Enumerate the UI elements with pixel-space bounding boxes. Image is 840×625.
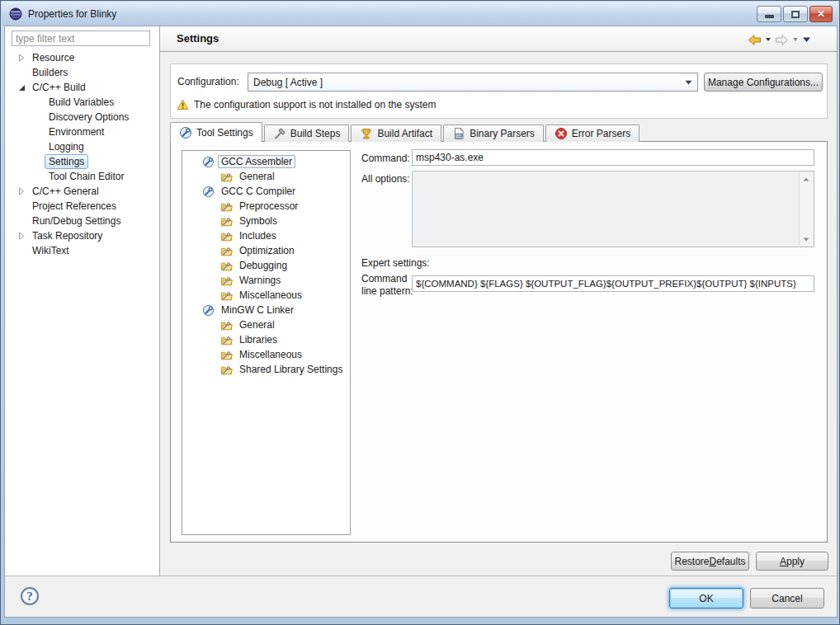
filter-input[interactable]: [12, 31, 150, 46]
tool-tree-item-mingw-c-linker[interactable]: MinGW C Linker: [182, 303, 350, 317]
back-arrow-icon: [748, 34, 762, 46]
all-options-textarea[interactable]: [412, 171, 814, 247]
tab-build-artifact[interactable]: 010 Build Artifact: [351, 125, 441, 142]
command-input[interactable]: [412, 149, 814, 166]
view-menu-button[interactable]: [802, 32, 811, 47]
manage-configurations-button[interactable]: Manage Configurations...: [704, 73, 823, 92]
tab-label: Error Parsers: [572, 128, 630, 139]
trophy-icon: [360, 127, 373, 140]
titlebar[interactable]: Properties for Blinky: [2, 2, 838, 26]
tree-expander-icon[interactable]: [15, 82, 28, 93]
back-button[interactable]: [748, 32, 762, 47]
command-line-pattern-input[interactable]: [412, 275, 814, 292]
sidebar-item-logging[interactable]: Logging: [5, 139, 158, 154]
sidebar-item-label: Environment: [45, 125, 108, 139]
scroll-down-button[interactable]: [800, 233, 813, 246]
tool-tree-item-label: GCC Assembler: [218, 155, 295, 168]
sidebar-item-label: Logging: [45, 139, 88, 154]
tool-tree-item-gcc-c-compiler[interactable]: GCC C Compiler: [182, 184, 350, 199]
cancel-button[interactable]: Cancel: [750, 588, 824, 609]
tool-tree-item-label: Warnings: [236, 274, 284, 287]
forward-button[interactable]: [775, 32, 789, 47]
sidebar-item-run-debug-settings[interactable]: Run/Debug Settings: [5, 214, 158, 228]
wrench-tool-icon: [202, 186, 215, 198]
tab-binary-parsers[interactable]: 010 Binary Parsers: [443, 125, 544, 142]
tool-settings-tree: GCC Assembler General: [182, 150, 351, 535]
tree-expander-icon[interactable]: [15, 215, 28, 227]
tool-tree-item-debugging[interactable]: Debugging: [182, 258, 350, 273]
sidebar-item-discovery-options[interactable]: Discovery Options: [5, 110, 158, 125]
sidebar-item-c-c-build[interactable]: C/C++ Build: [5, 80, 158, 95]
back-menu-button[interactable]: [765, 32, 772, 47]
sidebar-item-environment[interactable]: Environment: [5, 125, 158, 139]
close-button[interactable]: ✕: [809, 6, 833, 22]
expert-settings-label: Expert settings:: [361, 257, 430, 269]
tool-tree-item-general[interactable]: General: [182, 169, 350, 184]
apply-button[interactable]: Apply: [756, 552, 828, 571]
tool-tree-item-label: Includes: [236, 229, 280, 242]
error-icon: [554, 127, 568, 140]
tool-tree-item-preprocessor[interactable]: Preprocessor: [182, 199, 350, 214]
help-button[interactable]: ?: [21, 587, 39, 605]
category-folder-icon: [220, 364, 233, 376]
tab-tool-settings[interactable]: 010 Tool Settings: [170, 122, 262, 142]
sidebar-item-label: C/C++ General: [28, 184, 103, 199]
restore-defaults-button[interactable]: Restore Defaults: [671, 552, 749, 571]
tool-tree-item-optimization[interactable]: Optimization: [182, 243, 350, 258]
tree-expander-icon[interactable]: [15, 186, 28, 197]
page-title: Settings: [177, 32, 219, 45]
tab-label: Build Steps: [290, 128, 341, 139]
forward-menu-button[interactable]: [792, 32, 799, 47]
sidebar-item-task-repository[interactable]: Task Repository: [5, 228, 158, 243]
category-folder-icon: [220, 230, 233, 242]
tool-tree-item-libraries[interactable]: Libraries: [182, 332, 350, 347]
tool-tree-item-symbols[interactable]: Symbols: [182, 214, 350, 228]
tool-tree-item-includes[interactable]: Includes: [182, 228, 350, 243]
tree-expander-icon[interactable]: [15, 245, 28, 256]
tool-tree-item-miscellaneous[interactable]: Miscellaneous: [182, 347, 350, 362]
maximize-button[interactable]: [783, 6, 808, 22]
tree-expander-icon[interactable]: [31, 156, 45, 167]
settings-tab-bar: 010 Tool Settings: [170, 122, 641, 142]
tool-tree-item-shared-library-settings[interactable]: Shared Library Settings: [182, 362, 350, 377]
tab-build-steps[interactable]: 010 Build Steps: [264, 125, 350, 142]
configuration-select[interactable]: Debug [ Active ]: [248, 73, 698, 92]
sidebar-item-wikitext[interactable]: WikiText: [5, 243, 158, 258]
ok-button[interactable]: OK: [669, 588, 743, 609]
sidebar-item-label: Builders: [28, 65, 72, 80]
tab-error-parsers[interactable]: 010 Error Parsers: [545, 125, 639, 142]
chevron-down-icon: [765, 37, 772, 42]
tree-expander-icon[interactable]: [15, 67, 28, 78]
sidebar-item-label: Build Variables: [45, 95, 118, 110]
tab-label: Tool Settings: [196, 127, 253, 139]
sidebar-item-c-c-general[interactable]: C/C++ General: [5, 184, 158, 199]
sidebar-item-label: Settings: [45, 154, 88, 169]
sidebar-item-builders[interactable]: Builders: [5, 65, 158, 80]
minimize-button[interactable]: [757, 6, 781, 22]
tool-tree-item-miscellaneous[interactable]: Miscellaneous: [182, 288, 350, 303]
chevron-down-icon: [802, 36, 811, 43]
tool-tree-item-gcc-assembler[interactable]: GCC Assembler: [182, 154, 350, 169]
sidebar-item-project-references[interactable]: Project References: [5, 199, 158, 214]
tree-expander-icon[interactable]: [15, 200, 28, 212]
tool-tree-item-label: Symbols: [236, 214, 281, 228]
tree-expander-icon[interactable]: [31, 126, 45, 138]
history-navigation: [748, 32, 811, 47]
tree-expander-icon[interactable]: [31, 171, 45, 182]
hammer-icon: [273, 127, 286, 140]
sidebar-item-tool-chain-editor[interactable]: Tool Chain Editor: [5, 169, 158, 184]
tree-expander-icon[interactable]: [31, 111, 45, 123]
sidebar-item-resource[interactable]: Resource: [5, 50, 158, 65]
tree-expander-icon[interactable]: [15, 52, 28, 63]
tree-expander-icon[interactable]: [31, 141, 45, 153]
tree-expander-icon[interactable]: [15, 230, 28, 242]
sidebar-item-build-variables[interactable]: Build Variables: [5, 95, 158, 110]
sidebar-item-label: Run/Debug Settings: [28, 214, 125, 228]
all-options-scrollbar[interactable]: [799, 172, 813, 246]
tree-expander-icon[interactable]: [31, 96, 45, 108]
all-options-label: All options:: [361, 173, 410, 185]
sidebar-item-settings[interactable]: Settings: [5, 154, 158, 169]
tool-tree-item-general[interactable]: General: [182, 317, 350, 332]
tool-tree-item-warnings[interactable]: Warnings: [182, 273, 350, 288]
scroll-up-button[interactable]: [800, 172, 813, 186]
